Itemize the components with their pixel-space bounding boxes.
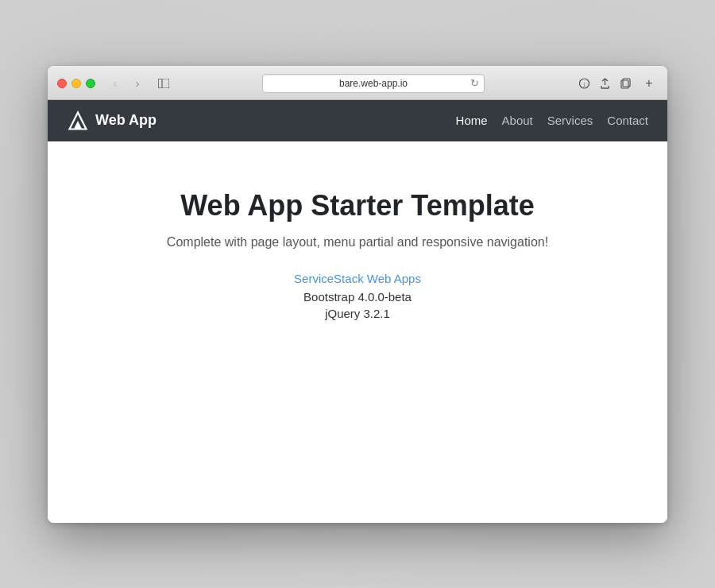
site-main: Web App Starter Template Complete with p…: [48, 141, 667, 523]
nav-home[interactable]: Home: [456, 114, 488, 127]
brand-name: Web App: [95, 112, 157, 129]
svg-rect-1: [158, 79, 162, 88]
download-icon: ↓: [579, 78, 589, 89]
svg-text:↓: ↓: [582, 80, 586, 88]
svg-marker-7: [74, 121, 83, 130]
browser-title-bar: ‹ › bare.web-app.io ↻: [57, 74, 658, 93]
brand-link[interactable]: Web App: [67, 110, 157, 132]
main-title: Web App Starter Template: [79, 189, 636, 222]
minimize-button[interactable]: [72, 79, 81, 88]
close-button[interactable]: [57, 79, 67, 88]
website-content: Web App Home About Services Contact Web …: [48, 100, 667, 523]
site-navbar: Web App Home About Services Contact: [48, 100, 667, 141]
download-button[interactable]: ↓: [575, 75, 593, 92]
copy-icon: [620, 78, 631, 89]
brand-logo-icon: [67, 110, 89, 132]
servicestack-link[interactable]: ServiceStack Web Apps: [79, 272, 636, 285]
svg-rect-0: [158, 79, 169, 88]
main-subtitle: Complete with page layout, menu partial …: [79, 235, 636, 250]
back-button[interactable]: ‹: [105, 75, 126, 91]
bootstrap-info: Bootstrap 4.0.0-beta: [79, 290, 636, 304]
nav-services[interactable]: Services: [547, 114, 593, 127]
traffic-lights: [57, 79, 95, 88]
url-display: bare.web-app.io: [339, 78, 408, 89]
refresh-button[interactable]: ↻: [470, 77, 479, 89]
browser-chrome: ‹ › bare.web-app.io ↻: [48, 66, 667, 100]
forward-button[interactable]: ›: [127, 75, 148, 91]
address-bar[interactable]: bare.web-app.io ↻: [262, 74, 485, 93]
window-view-icon: [158, 79, 169, 88]
add-tab-button[interactable]: +: [640, 75, 658, 92]
window-view-button[interactable]: [156, 75, 172, 91]
nav-about[interactable]: About: [502, 114, 533, 127]
browser-nav-buttons: ‹ ›: [105, 75, 148, 91]
share-icon: [600, 78, 610, 89]
copy-button[interactable]: [616, 75, 634, 92]
share-button[interactable]: [596, 75, 613, 92]
jquery-info: jQuery 3.2.1: [79, 307, 636, 320]
maximize-button[interactable]: [86, 79, 95, 88]
browser-right-icons: ↓ +: [575, 75, 658, 92]
address-bar-container: bare.web-app.io ↻: [178, 74, 569, 93]
browser-window: ‹ › bare.web-app.io ↻: [48, 66, 667, 523]
site-nav-links: Home About Services Contact: [456, 114, 648, 127]
nav-contact[interactable]: Contact: [607, 114, 648, 127]
